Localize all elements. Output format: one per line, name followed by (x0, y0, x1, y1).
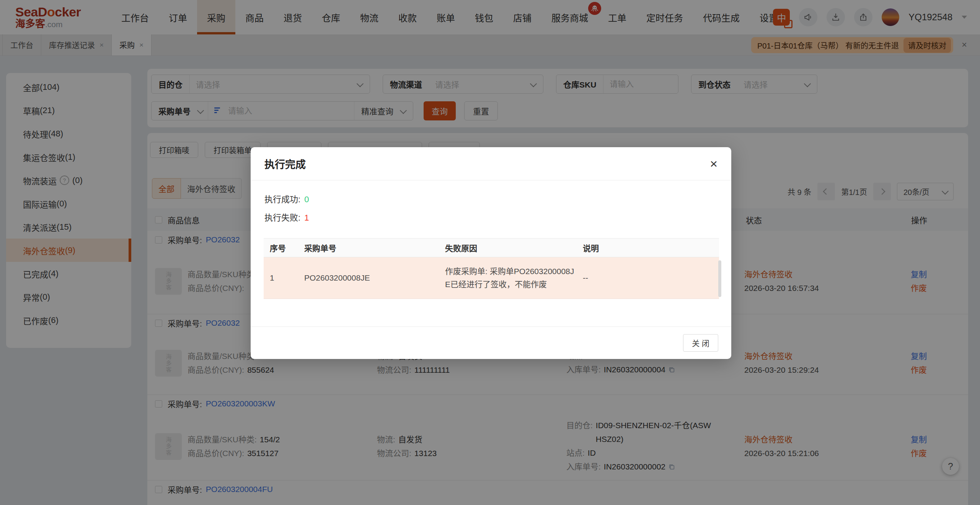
fail-count-line: 执行失败:1 (264, 211, 309, 223)
modal-close-button[interactable]: 关 闭 (683, 334, 718, 352)
failure-po: PO2603200008JE (298, 273, 439, 283)
modal-title: 执行完成 (264, 156, 306, 171)
failure-reason: 作废采购单: 采购单PO2603200008JE已经进行了签收，不能作废 (445, 267, 574, 289)
failure-index: 1 (264, 273, 298, 283)
success-count-line: 执行成功:0 (264, 192, 309, 205)
failure-note: -- (577, 273, 719, 283)
failure-table: 序号 采购单号 失败原因 说明 1 PO2603200008JE 作废采购单: … (264, 238, 719, 299)
failure-table-row: 1 PO2603200008JE 作废采购单: 采购单PO2603200008J… (264, 257, 719, 299)
modal-close-icon[interactable]: × (710, 157, 717, 170)
modal-header: 执行完成 × (251, 147, 731, 180)
failure-table-header: 序号 采购单号 失败原因 说明 (264, 238, 719, 257)
modal-footer: 关 闭 (251, 326, 731, 359)
execution-result-modal: 执行完成 × 执行成功:0 执行失败:1 序号 采购单号 失败原因 说明 1 P… (251, 147, 731, 359)
modal-scrollbar-thumb[interactable] (718, 260, 721, 297)
fail-count: 1 (304, 213, 309, 222)
success-count: 0 (304, 195, 309, 204)
app-screen: SeaDocker 海多客.com 工作台 订单 采购 商品 退货 仓库 物流 … (0, 0, 980, 505)
